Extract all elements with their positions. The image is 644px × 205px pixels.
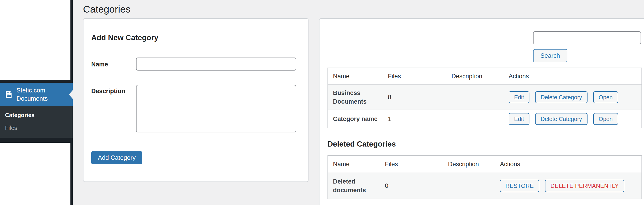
sidebar-blank-top	[0, 0, 70, 80]
category-name: Category name	[333, 115, 388, 123]
delete-category-button[interactable]: Delete Category	[535, 113, 588, 125]
sidebar-item-stefic-documents[interactable]: Stefic.com Documents	[0, 83, 73, 106]
table-row: Category name 1 Edit Delete Category Ope…	[328, 110, 642, 128]
add-category-panel: Add New Category Name Description Add Ca…	[83, 18, 308, 182]
delete-permanently-button[interactable]: DELETE PERMANENTLY	[545, 180, 624, 192]
admin-sidebar: Stefic.com Documents Categories Files	[0, 0, 73, 205]
categories-panel: Search Name Files Description Actions Bu…	[319, 18, 644, 205]
current-menu-arrow	[69, 90, 73, 99]
sidebar-item-categories[interactable]: Categories	[5, 112, 73, 118]
category-files-count: 0	[385, 182, 448, 190]
categories-table: Name Files Description Actions Business …	[328, 68, 642, 128]
page-title: Categories	[83, 3, 130, 15]
column-header-actions: Actions	[508, 73, 642, 80]
search-input[interactable]	[533, 31, 641, 44]
category-files-count: 1	[388, 116, 452, 123]
column-header-description: Description	[452, 73, 508, 80]
category-name-input[interactable]	[136, 57, 296, 71]
open-button[interactable]: Open	[593, 91, 618, 103]
edit-button[interactable]: Edit	[508, 91, 530, 103]
sidebar-item-files[interactable]: Files	[5, 124, 73, 131]
restore-button[interactable]: RESTORE	[500, 180, 539, 192]
category-name: Business Documents	[333, 89, 388, 106]
column-header-files: Files	[385, 161, 448, 168]
sidebar-submenu: Categories Files	[0, 106, 73, 138]
deleted-categories-table: Name Files Description Actions Deleted d…	[328, 155, 642, 199]
document-icon	[4, 90, 13, 99]
table-row: Business Documents 8 Edit Delete Categor…	[328, 85, 642, 110]
description-label: Description	[91, 88, 125, 95]
edit-button[interactable]: Edit	[508, 113, 530, 125]
deleted-categories-heading: Deleted Categories	[328, 140, 396, 148]
add-category-button[interactable]: Add Category	[91, 151, 142, 164]
table-header-row: Name Files Description Actions	[328, 68, 642, 85]
column-header-description: Description	[448, 161, 500, 168]
open-button[interactable]: Open	[593, 113, 618, 125]
name-label: Name	[91, 61, 108, 68]
search-button[interactable]: Search	[533, 49, 568, 62]
column-header-actions: Actions	[500, 161, 642, 168]
table-header-row: Name Files Description Actions	[328, 156, 642, 173]
add-category-heading: Add New Category	[91, 33, 158, 42]
sidebar-item-label: Stefic.com Documents	[16, 86, 62, 103]
column-header-files: Files	[388, 73, 452, 80]
category-files-count: 8	[388, 94, 452, 101]
sidebar-blank-bottom	[0, 143, 70, 205]
category-description-textarea[interactable]	[136, 85, 296, 132]
table-row: Deleted documents 0 RESTORE DELETE PERMA…	[328, 173, 642, 199]
delete-category-button[interactable]: Delete Category	[535, 91, 588, 103]
column-header-name: Name	[333, 73, 388, 80]
column-header-name: Name	[333, 161, 385, 168]
category-name: Deleted documents	[333, 177, 385, 195]
